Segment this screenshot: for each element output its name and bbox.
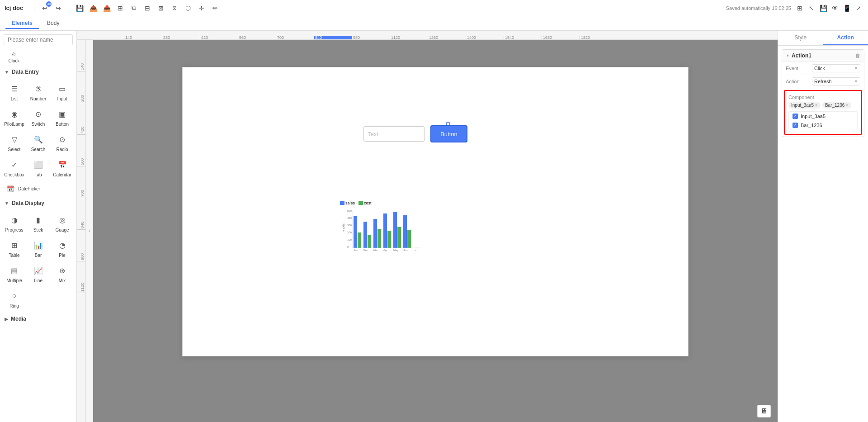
svg-text:300: 300 (347, 224, 352, 227)
save-icon[interactable]: 💾 (75, 3, 85, 13)
ruler-left: 140 280 420 560 700 840 980 1120 (77, 40, 86, 422)
component-dropdown: ✓ Input_3aa5 ✓ Bar_1236 (788, 111, 858, 130)
monitor-icon[interactable]: 🖥 (757, 405, 771, 417)
ruler-1820: 1820 (580, 36, 618, 39)
calendar-icon: 📅 (56, 158, 69, 171)
ruler-left-420: 420 (77, 103, 85, 135)
sidebar-item-bar[interactable]: 📊 Bar (27, 236, 50, 261)
sidebar-item-progress[interactable]: ◑ Progress (3, 211, 26, 235)
dropdown-input3aa5-label: Input_3aa5 (801, 114, 826, 119)
sidebar-item-switch[interactable]: ⊙ Switch (27, 105, 50, 129)
tab-action[interactable]: Action (823, 31, 868, 45)
sidebar-item-tab[interactable]: ⬜ Tab (27, 156, 50, 180)
data-entry-section-header[interactable]: ▼ Data Entry (0, 66, 76, 78)
topbar: lcj doc ↩ 39 ↪ 💾 📥 📤 ⊞ ⧉ ⊟ ⊠ ⧖ ⬡ ✛ ✏ Sav… (0, 0, 868, 16)
bar-feb-sales (363, 222, 367, 248)
sidebar-item-datepicker[interactable]: 📆 DatePicker (3, 182, 74, 195)
device-icon[interactable]: ⬡ (183, 3, 193, 13)
ruler-700: 700 (276, 36, 314, 39)
sidebar-item-table[interactable]: ⊞ Table (3, 236, 26, 261)
tag-bar1236-remove[interactable]: × (846, 103, 849, 108)
import-icon[interactable]: 📥 (88, 3, 98, 13)
dropdown-item-input3aa5[interactable]: ✓ Input_3aa5 (789, 112, 857, 121)
preview-icon[interactable]: 👁 (830, 3, 840, 13)
pen-icon[interactable]: ✏ (210, 3, 220, 13)
sidebar-item-pie[interactable]: ◔ Pie (51, 236, 74, 261)
dropdown-item-bar1236[interactable]: ✓ Bar_1236 (789, 121, 857, 130)
sidebar-item-multiple[interactable]: ▤ Multiple (3, 261, 26, 286)
search-input[interactable] (4, 34, 73, 45)
right-collapse-button[interactable]: › (778, 218, 778, 236)
sidebar-item-clock[interactable]: ⏱ Clock (3, 49, 25, 66)
checkbox-bar1236[interactable]: ✓ (793, 123, 798, 128)
sidebar-item-guage[interactable]: ◎ Guage (51, 211, 74, 235)
floppy-icon[interactable]: 💾 (818, 3, 828, 13)
sidebar-item-stick[interactable]: ▮ Stick (27, 211, 50, 235)
zoom-icon[interactable]: ⊞ (795, 3, 805, 13)
canvas-text-input[interactable]: Text (363, 126, 425, 142)
svg-text:Apr: Apr (383, 249, 387, 251)
pie-label: Pie (59, 253, 65, 258)
canvas-content: 140 280 420 560 700 840 980 1120 ‹ (77, 40, 778, 422)
sidebar-item-ring[interactable]: ○ Ring (3, 287, 26, 311)
left-collapse-button[interactable]: ‹ (86, 40, 93, 422)
undo-button[interactable]: ↩ 39 (40, 3, 50, 13)
bar-jun-cost (407, 230, 411, 248)
tab-elemets[interactable]: Elemets (5, 18, 39, 29)
tag-input3aa5-remove[interactable]: × (815, 103, 818, 108)
cursor2-icon[interactable]: ↖ (807, 3, 816, 13)
sidebar-item-list[interactable]: ☰ List (3, 80, 26, 104)
action-select[interactable]: Refresh ▼ (812, 77, 860, 85)
select-label: Select (8, 147, 21, 152)
sidebar-item-select[interactable]: ▽ Select (3, 130, 26, 155)
tab-style[interactable]: Style (778, 31, 823, 45)
share-icon[interactable]: ↗ (854, 3, 863, 13)
legend-sales-label: sales (345, 201, 355, 205)
list-icon: ☰ (8, 82, 21, 95)
cursor-icon[interactable]: ✛ (197, 3, 207, 13)
right-panel: › Style Action ▼ Action1 🗑 Event Click ▼ (778, 31, 868, 422)
layer-icon[interactable]: ⧖ (170, 3, 179, 13)
component-icon[interactable]: ⊞ (115, 3, 125, 13)
svg-text:500: 500 (347, 209, 352, 212)
data-entry-grid: ☰ List ⑤ Number ▭ Input ◉ PilotLamp ⊙ Sw… (0, 78, 76, 182)
sidebar-item-mix[interactable]: ⊕ Mix (51, 261, 74, 286)
checkbox-input3aa5[interactable]: ✓ (793, 114, 798, 119)
guage-label: Guage (55, 228, 69, 232)
sidebar-item-calendar[interactable]: 📅 Calendar (51, 156, 74, 180)
switch-label: Switch (32, 122, 45, 127)
grid-icon[interactable]: ⊟ (142, 3, 152, 13)
event-value: Click (814, 66, 825, 71)
sidebar-item-checkbox[interactable]: ✓ Checkbox (3, 156, 26, 180)
sidebar-item-button[interactable]: ▣ Button (51, 105, 74, 129)
tabsbar: Elemets Body (0, 16, 868, 31)
data-display-section-header[interactable]: ▼ Data Display (0, 197, 76, 209)
ruler-0 (86, 36, 124, 39)
align-icon[interactable]: ⊠ (156, 3, 166, 13)
select-icon: ▽ (8, 133, 21, 146)
copy-icon[interactable]: ⧉ (129, 3, 139, 13)
sidebar-item-input[interactable]: ▭ Input (51, 80, 74, 104)
canvas-scroll[interactable]: Text Button sales (93, 40, 778, 422)
export-icon[interactable]: 📤 (102, 3, 112, 13)
bar-may-sales (393, 212, 397, 248)
datepicker-row: 📆 DatePicker (0, 182, 76, 197)
delete-action-icon[interactable]: 🗑 (855, 53, 860, 58)
sidebar-item-line[interactable]: 📈 Line (27, 261, 50, 286)
main-layout: ⏱ Clock ▼ Data Entry ☰ List ⑤ Number ▭ I… (0, 31, 868, 422)
redo-icon[interactable]: ↪ (53, 3, 63, 13)
action-value: Refresh (814, 79, 832, 84)
tab-body[interactable]: Body (41, 18, 66, 29)
phone-icon[interactable]: 📱 (842, 3, 852, 13)
canvas-button[interactable]: Button (430, 125, 467, 142)
sidebar-item-pilotlamp[interactable]: ◉ PilotLamp (3, 105, 26, 129)
svg-text:0: 0 (347, 246, 349, 248)
sidebar-item-search[interactable]: 🔍 Search (27, 130, 50, 155)
sidebar-item-number[interactable]: ⑤ Number (27, 80, 50, 104)
canvas-page: Text Button sales (182, 67, 689, 356)
event-select[interactable]: Click ▼ (812, 64, 860, 72)
separator1 (34, 4, 34, 12)
media-label: Media (11, 316, 26, 322)
sidebar-item-radio[interactable]: ⊙ Radio (51, 130, 74, 155)
media-section-header[interactable]: ▶ Media (0, 313, 76, 325)
